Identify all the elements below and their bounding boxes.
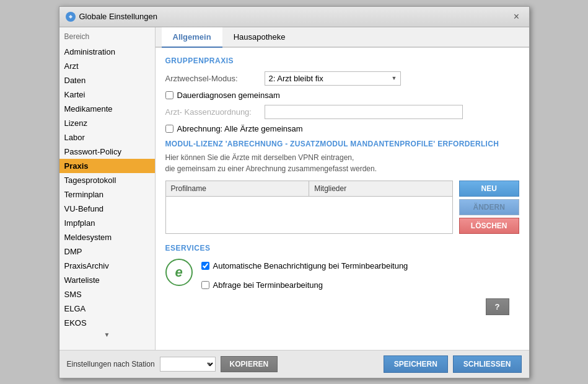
sidebar-item-impfplan[interactable]: Impfplan: [59, 216, 155, 230]
arzt-wechsel-label: Arztwechsel-Modus:: [165, 74, 265, 83]
footer-left: Einstellungen nach Station KOPIEREN: [67, 356, 278, 372]
eservice2-checkbox[interactable]: [201, 281, 209, 289]
main-window: Globale Einstellungen × Bereich Administ…: [59, 6, 530, 378]
sidebar-item-terminplan[interactable]: Terminplan: [59, 187, 155, 202]
speichern-button[interactable]: SPEICHERN: [384, 355, 448, 373]
eservices-logo: e: [165, 259, 193, 286]
sidebar-item-vu-befund[interactable]: VU-Befund: [59, 202, 155, 216]
eservices-checks: Automatische Benachrichtigung bei Termin…: [201, 259, 408, 295]
title-bar: Globale Einstellungen ×: [59, 7, 529, 27]
station-select-wrapper[interactable]: [160, 357, 216, 372]
notice-line1: Hier können Sie die Ärzte mit derselben …: [165, 153, 354, 162]
close-button[interactable]: ×: [511, 11, 523, 23]
app-icon: [66, 12, 76, 22]
station-select[interactable]: [160, 357, 216, 372]
tab-allgemein[interactable]: Allgemein: [162, 27, 222, 48]
col-mitglieder: Mitglieder: [309, 181, 452, 196]
arzt-wechsel-select-wrapper[interactable]: 1: Flexibel 2: Arzt bleibt fix 3: Fest: [265, 71, 401, 86]
sidebar-item-dmp[interactable]: DMP: [59, 244, 155, 259]
table-body[interactable]: [166, 197, 452, 228]
eservices-section: ESERVICES e Automatische Benachrichtigun…: [165, 244, 519, 295]
eservice2-label: Abfrage bei Terminbearbeitung: [213, 280, 323, 290]
profile-table: Profilname Mitglieder: [165, 181, 453, 234]
dauerdiagnosen-checkbox[interactable]: [165, 91, 173, 99]
eservice1-checkbox[interactable]: [201, 262, 209, 270]
sidebar-item-warteliste[interactable]: Warteliste: [59, 273, 155, 287]
sidebar-item-arzt[interactable]: Arzt: [59, 59, 155, 73]
eservices-inner: e Automatische Benachrichtigung bei Term…: [165, 259, 519, 295]
abrechnung-label: Abrechnung: Alle Ärzte gemeinsam: [177, 124, 303, 133]
sidebar-item-daten[interactable]: Daten: [59, 73, 155, 87]
abrechnung-row: Abrechnung: Alle Ärzte gemeinsam: [165, 124, 519, 133]
kassenzuordnung-input[interactable]: [265, 105, 463, 119]
sidebar-item-praxisarchiv[interactable]: PraxisArchiv: [59, 259, 155, 273]
sidebar-item-elga[interactable]: ELGA: [59, 301, 155, 316]
neu-button[interactable]: NEU: [459, 181, 519, 197]
abrechnung-checkbox[interactable]: [165, 125, 173, 133]
kassenzuordnung-row: Arzt- Kassenzuordnung:: [165, 105, 519, 119]
table-buttons: NEU ÄNDERN LÖSCHEN: [459, 181, 519, 234]
title-bar-left: Globale Einstellungen: [66, 12, 157, 22]
schliessen-button[interactable]: SCHLIESSEN: [453, 355, 522, 373]
dauerdiagnosen-label: Dauerdiagnosen gemeinsam: [177, 91, 280, 100]
eservices-title: ESERVICES: [165, 244, 519, 252]
loschen-button[interactable]: LÖSCHEN: [459, 218, 519, 234]
content-area: Allgemein Hausapotheke GRUPPENPRAXIS Arz…: [156, 27, 529, 350]
sidebar-item-labor[interactable]: Labor: [59, 130, 155, 145]
arzt-wechsel-select[interactable]: 1: Flexibel 2: Arzt bleibt fix 3: Fest: [265, 71, 401, 86]
sidebar-item-praxis[interactable]: Praxis: [59, 159, 155, 173]
sidebar-item-passwort-policy[interactable]: Passwort-Policy: [59, 145, 155, 159]
eservices-check2-row: Abfrage bei Terminbearbeitung: [201, 280, 408, 290]
module-notice: MODUL-LIZENZ 'ABRECHNUNG - ZUSATZMODUL M…: [165, 140, 519, 148]
sidebar-scroll-down[interactable]: ▼: [59, 330, 155, 339]
notice-text: Hier können Sie die Ärzte mit derselben …: [165, 152, 519, 174]
help-area: ?: [165, 295, 519, 315]
dauerdiagnosen-row: Dauerdiagnosen gemeinsam: [165, 91, 519, 100]
sidebar-header: Bereich: [59, 30, 155, 45]
tab-bar: Allgemein Hausapotheke: [156, 27, 529, 48]
footer-right: SPEICHERN SCHLIESSEN: [384, 355, 522, 373]
sidebar-item-administration[interactable]: Administration: [59, 45, 155, 59]
col-profilname: Profilname: [166, 181, 310, 196]
sidebar-item-tagesprotokoll[interactable]: Tagesprotokoll: [59, 173, 155, 187]
eservice1-label: Automatische Benachrichtigung bei Termin…: [213, 261, 408, 270]
eservices-logo-letter: e: [175, 264, 182, 280]
kopieren-button[interactable]: KOPIEREN: [221, 356, 278, 372]
profile-table-section: Profilname Mitglieder NEU ÄNDERN LÖSCHEN: [165, 181, 519, 234]
tab-hausapotheke[interactable]: Hausapotheke: [222, 27, 297, 48]
sidebar-item-medikamente[interactable]: Medikamente: [59, 102, 155, 116]
footer-bar: Einstellungen nach Station KOPIEREN SPEI…: [59, 350, 529, 378]
sidebar-item-sms[interactable]: SMS: [59, 287, 155, 301]
sidebar-item-meldesystem[interactable]: Meldesystem: [59, 230, 155, 244]
notice-line2: die gemeinsam zu einer Abrechnung zusamm…: [165, 164, 377, 173]
kassenzuordnung-label: Arzt- Kassenzuordnung:: [165, 107, 265, 117]
arzt-wechsel-row: Arztwechsel-Modus: 1: Flexibel 2: Arzt b…: [165, 71, 519, 86]
sidebar-item-kartei[interactable]: Kartei: [59, 87, 155, 102]
window-title: Globale Einstellungen: [79, 12, 157, 21]
main-area: Bereich Administration Arzt Daten Kartei…: [59, 27, 529, 350]
eservices-check1-row: Automatische Benachrichtigung bei Termin…: [201, 261, 408, 270]
gruppenpraxis-title: GRUPPENPRAXIS: [165, 56, 519, 65]
sidebar: Bereich Administration Arzt Daten Kartei…: [59, 27, 156, 350]
andern-button[interactable]: ÄNDERN: [459, 199, 519, 215]
sidebar-item-lizenz[interactable]: Lizenz: [59, 116, 155, 130]
help-button[interactable]: ?: [486, 298, 509, 315]
content-body: GRUPPENPRAXIS Arztwechsel-Modus: 1: Flex…: [156, 48, 529, 350]
sidebar-item-ekos[interactable]: EKOS: [59, 316, 155, 330]
einstellungen-label: Einstellungen nach Station: [67, 360, 155, 368]
table-header: Profilname Mitglieder: [166, 181, 452, 197]
